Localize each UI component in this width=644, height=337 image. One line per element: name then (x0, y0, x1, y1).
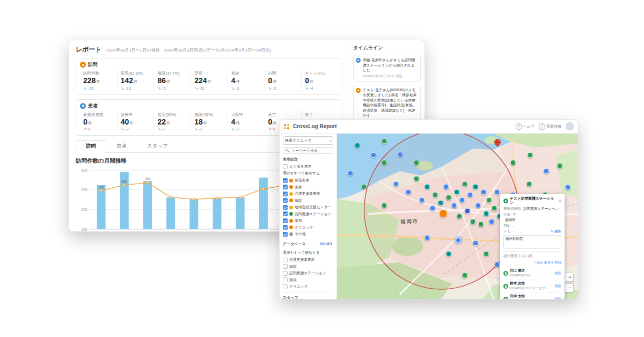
map-pin[interactable] (484, 251, 489, 257)
user-avatar[interactable] (566, 122, 574, 130)
zoom-out-button[interactable]: − (565, 283, 574, 292)
pin-filter-item[interactable]: 介護支援事業所 (283, 191, 333, 196)
checkbox[interactable] (283, 258, 288, 262)
map-pin[interactable] (459, 197, 465, 203)
register-referral-link[interactable]: + 紹介患者を登録 (503, 260, 561, 265)
pin-filter-item[interactable]: 訪問看護ステーション (283, 211, 333, 217)
pin-filter-item[interactable]: 居宅患者 (283, 178, 333, 183)
clear-all-pins-link[interactable]: 選択をすべて解除する (283, 171, 333, 176)
map-pin[interactable] (361, 184, 367, 190)
checkbox[interactable] (283, 198, 288, 203)
map-pin[interactable] (446, 251, 452, 257)
selected-station-pin[interactable] (439, 209, 448, 218)
checkbox[interactable] (283, 264, 288, 269)
map-pin[interactable] (510, 160, 516, 166)
map-pin[interactable] (382, 203, 387, 209)
map-pin[interactable] (348, 171, 354, 177)
map-pin[interactable] (489, 219, 495, 225)
checkbox[interactable] (283, 205, 288, 210)
checkbox[interactable] (283, 192, 288, 196)
clear-all-db-link[interactable]: 選択をすべて解除する (283, 250, 333, 255)
checkbox[interactable] (283, 277, 288, 282)
map-pin[interactable] (433, 192, 438, 198)
db-filter-item[interactable]: クリニック (283, 284, 333, 289)
checkbox[interactable] (283, 284, 288, 289)
delete-referral-button[interactable]: 削除 (555, 284, 561, 289)
db-filter-item[interactable]: 介護支援事業所 (283, 257, 333, 262)
map-pin[interactable] (462, 181, 468, 187)
map-pin[interactable] (451, 203, 457, 209)
memo-box[interactable]: 精神科対応 (503, 235, 561, 249)
map-pin[interactable] (414, 176, 420, 182)
map-pin[interactable] (494, 262, 500, 268)
map-pin[interactable] (457, 214, 463, 219)
pin-name-toggle[interactable]: ピン名を表示 (283, 164, 333, 169)
map-pin[interactable] (526, 181, 532, 187)
checkbox[interactable] (283, 211, 288, 216)
map-pin[interactable] (419, 197, 425, 203)
clinic-select[interactable]: 検索クリニック ▾ (283, 136, 333, 145)
map-pin[interactable] (481, 189, 487, 195)
map-pin[interactable] (478, 222, 484, 228)
map-pin[interactable] (414, 160, 420, 166)
map-pin[interactable] (565, 185, 571, 191)
timeline-entry[interactable]: 斉藤 花太郎さんがさくら訪問看護ステーションから紹介されました2024年9月30… (353, 55, 421, 82)
map-canvas[interactable]: 福岡市 テスト訪問看護ステーション × 事業所種類:訪問看護ステーション住所:〒… (337, 134, 578, 299)
map-pin[interactable] (473, 184, 479, 190)
map-pin[interactable] (465, 208, 471, 214)
pin-filter-item[interactable]: 薬局 (283, 218, 333, 223)
map-pin[interactable] (443, 184, 449, 190)
checkbox[interactable] (283, 164, 288, 169)
checkbox[interactable] (283, 178, 288, 183)
map-pin[interactable] (382, 138, 387, 144)
edit-memo-button[interactable]: ✎ 編集 (551, 229, 561, 234)
delete-referral-button[interactable]: 削除 (555, 297, 561, 299)
map-pin[interactable] (470, 219, 476, 225)
map-pin[interactable] (557, 163, 563, 169)
pin-filter-item[interactable]: 地域包括支援センター (283, 204, 333, 210)
map-pin[interactable] (438, 200, 444, 206)
map-pin[interactable] (425, 235, 430, 241)
map-pin[interactable] (475, 203, 481, 209)
search-input[interactable] (291, 148, 331, 153)
tab-staff[interactable]: スタッフ (137, 140, 178, 152)
keyword-search[interactable]: 🔍 (283, 147, 333, 154)
db-filter-item[interactable]: 薬局 (283, 277, 333, 283)
map-pin[interactable] (398, 152, 404, 158)
map-pin[interactable] (486, 197, 492, 203)
checkbox[interactable] (283, 185, 288, 189)
map-pin[interactable] (544, 169, 550, 174)
map-pin[interactable] (382, 160, 387, 166)
map-pin[interactable] (484, 211, 489, 217)
close-icon[interactable]: × (559, 198, 561, 203)
map-pin[interactable] (406, 189, 412, 195)
tab-visit[interactable]: 訪問 (76, 140, 106, 153)
checkbox[interactable] (283, 271, 288, 276)
delete-referral-button[interactable]: 削除 (555, 271, 561, 276)
map-pin[interactable] (467, 192, 473, 198)
map-pin[interactable] (425, 184, 430, 190)
checkbox[interactable] (283, 225, 288, 230)
help-link[interactable]: ? ヘルプ (516, 123, 535, 130)
news-link[interactable]: ! 更新情報 (539, 123, 561, 130)
db-filter-item[interactable]: 病院 (283, 264, 333, 269)
map-pin[interactable] (473, 240, 479, 246)
pin-filter-item[interactable]: 病院 (283, 198, 333, 203)
checkbox[interactable] (283, 232, 288, 237)
map-pin[interactable] (393, 181, 399, 187)
map-pin[interactable] (492, 206, 497, 211)
map-pin[interactable] (446, 195, 452, 201)
pin-filter-item[interactable]: その他 (283, 231, 333, 237)
pin-filter-item[interactable]: クリニック (283, 225, 333, 230)
db-filter-item[interactable]: 訪問看護ステーション (283, 270, 333, 276)
pin-filter-item[interactable]: 患者 (283, 185, 333, 190)
map-pin[interactable] (371, 152, 377, 158)
map-pin[interactable] (430, 206, 436, 211)
checkbox[interactable] (283, 218, 288, 223)
tab-patient[interactable]: 患者 (106, 140, 137, 152)
zoom-in-button[interactable]: + (565, 273, 574, 282)
map-pin[interactable] (454, 189, 460, 195)
map-pin[interactable] (355, 143, 361, 149)
map-pin[interactable] (528, 152, 533, 158)
map-pin[interactable] (494, 189, 500, 195)
